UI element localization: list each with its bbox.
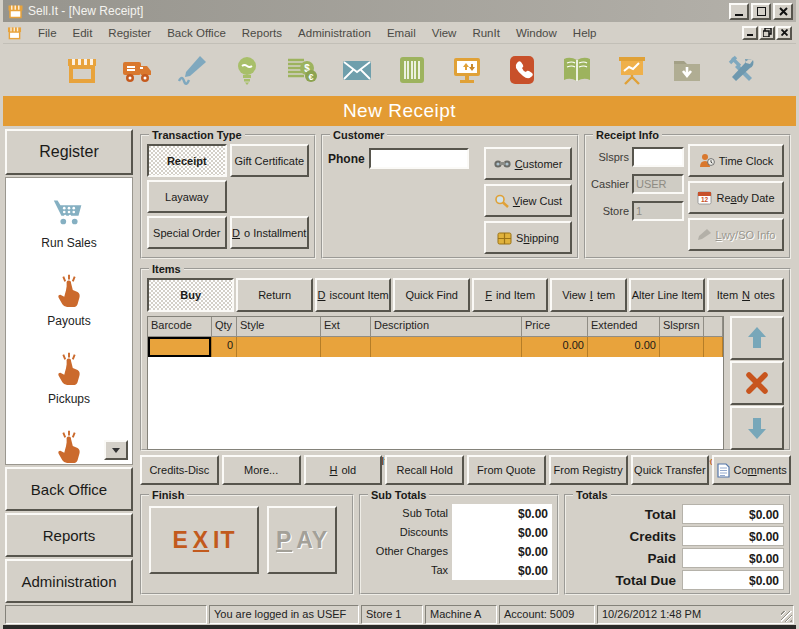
col-style[interactable]: Style (237, 317, 321, 337)
cell-ext[interactable] (321, 337, 371, 357)
tools-icon[interactable] (725, 53, 759, 87)
mdi-minimize-button[interactable] (742, 26, 758, 40)
sidebar-item-pickups[interactable]: Pickups (48, 350, 90, 406)
hold-button[interactable]: Hold (304, 455, 383, 485)
col-barcode[interactable]: Barcode (148, 317, 212, 337)
resize-grip[interactable] (781, 611, 792, 622)
from-registry-button[interactable]: From Registry (549, 455, 628, 485)
cell-barcode[interactable] (148, 337, 212, 357)
lwy-so-info-button[interactable]: Lwy/SO Info (688, 218, 784, 251)
sidebar-item-payouts[interactable]: Payouts (47, 272, 90, 328)
view-cust-button[interactable]: View Cust (484, 184, 572, 217)
store-icon[interactable] (65, 53, 99, 87)
col-extended[interactable]: Extended (588, 317, 660, 337)
download-folder-icon[interactable] (670, 53, 704, 87)
special-order-button[interactable]: Special Order (147, 216, 227, 249)
cell-qty[interactable]: 0 (212, 337, 237, 357)
phone-input[interactable] (369, 148, 469, 169)
phone-icon[interactable] (505, 53, 539, 87)
from-quote-button[interactable]: From Quote (467, 455, 546, 485)
menu-bar: File Edit Register Back Office Reports A… (3, 22, 796, 44)
idea-bulb-icon[interactable] (230, 53, 264, 87)
signature-pen-icon[interactable] (175, 53, 209, 87)
tab-item-notes[interactable]: Item Notes (707, 278, 784, 312)
menu-view[interactable]: View (424, 25, 465, 41)
minimize-button[interactable] (729, 3, 749, 20)
menu-email[interactable]: Email (379, 25, 424, 41)
customer-button[interactable]: Customer (484, 147, 572, 180)
menu-window[interactable]: Window (508, 25, 565, 41)
cell-price[interactable]: 0.00 (522, 337, 588, 357)
document-icon (717, 463, 730, 478)
quick-transfer-button[interactable]: Quick Transfer (631, 455, 710, 485)
gift-certificate-button[interactable]: Gift Certificate (230, 144, 310, 177)
sidebar-section-administration[interactable]: Administration (5, 559, 133, 603)
barcode-icon[interactable] (395, 53, 429, 87)
close-button[interactable] (773, 3, 793, 20)
sidebar-section-register[interactable]: Register (5, 129, 133, 175)
window-bottom-edge (3, 625, 796, 629)
menu-reports[interactable]: Reports (234, 25, 290, 41)
ready-date-button[interactable]: 12 Ready Date (688, 181, 784, 214)
tab-return[interactable]: Return (236, 278, 313, 312)
tab-alter-line-item[interactable]: Alter Line Item (629, 278, 706, 312)
col-ext[interactable]: Ext (321, 317, 371, 337)
pay-button[interactable]: PAY (267, 506, 337, 574)
catalog-book-icon[interactable] (560, 53, 594, 87)
move-line-down-button[interactable] (730, 406, 784, 450)
sidebar-section-back-office[interactable]: Back Office (5, 467, 133, 511)
recall-hold-button[interactable]: Recall Hold (385, 455, 464, 485)
cash-report-icon[interactable]: $€ (285, 53, 319, 87)
do-installment-button[interactable]: Do Installment (230, 216, 310, 249)
tab-find-item[interactable]: Find Item (472, 278, 549, 312)
layaway-button[interactable]: Layaway (147, 180, 227, 213)
sidebar-section-reports[interactable]: Reports (5, 513, 133, 557)
cell-extended[interactable]: 0.00 (588, 337, 660, 357)
items-grid-empty-area (148, 357, 723, 449)
tab-view-item[interactable]: View Item (550, 278, 627, 312)
sidebar-scroll-down-button[interactable] (104, 440, 128, 460)
slsprs-input[interactable] (632, 147, 684, 167)
more-button[interactable]: More... (222, 455, 301, 485)
mdi-close-button[interactable] (776, 26, 792, 40)
move-line-up-button[interactable] (730, 316, 784, 360)
col-qty[interactable]: Qty (212, 317, 237, 337)
mdi-restore-button[interactable] (759, 26, 775, 40)
menu-runit[interactable]: RunIt (464, 25, 508, 41)
time-clock-button[interactable]: Time Clock (688, 144, 784, 177)
sidebar-item-more-clipped[interactable] (50, 428, 88, 464)
hand-click-icon (50, 272, 88, 308)
cell-style[interactable] (237, 337, 321, 357)
maximize-button[interactable] (751, 3, 771, 20)
sidebar-item-run-sales[interactable]: Run Sales (41, 194, 96, 250)
cell-description[interactable] (371, 337, 522, 357)
receipt-button[interactable]: Receipt (147, 144, 227, 177)
menu-back-office[interactable]: Back Office (159, 25, 234, 41)
email-envelope-icon[interactable] (340, 53, 374, 87)
menu-register[interactable]: Register (100, 25, 159, 41)
receipt-info-group: Receipt Info Slsprs Cashier Store (584, 129, 791, 259)
menu-edit[interactable]: Edit (65, 25, 101, 41)
menu-file[interactable]: File (30, 25, 65, 41)
shipping-button-label: Shipping (516, 232, 559, 244)
menu-help[interactable]: Help (565, 25, 605, 41)
exit-button[interactable]: EXIT (149, 506, 259, 574)
arrow-down-icon (746, 416, 768, 440)
tab-buy[interactable]: Buy (147, 278, 234, 312)
shipping-button[interactable]: Shipping (484, 221, 572, 254)
col-slsprsn[interactable]: Slsprsn (660, 317, 704, 337)
table-row[interactable]: 0 0.00 0.00 (148, 337, 723, 357)
cell-slsprsn[interactable] (660, 337, 704, 357)
tab-discount-item[interactable]: Discount Item (315, 278, 392, 312)
menu-administration[interactable]: Administration (290, 25, 379, 41)
presentation-chart-icon[interactable] (615, 53, 649, 87)
delete-line-button[interactable] (730, 361, 784, 405)
tab-quick-find[interactable]: Quick Find (393, 278, 470, 312)
col-description[interactable]: Description (371, 317, 522, 337)
credits-disc-button[interactable]: Credits-Disc (140, 455, 219, 485)
screen-transfer-icon[interactable] (450, 53, 484, 87)
col-price[interactable]: Price (522, 317, 588, 337)
delivery-truck-icon[interactable] (120, 53, 154, 87)
time-clock-icon (699, 153, 715, 168)
comments-button[interactable]: Comments (712, 455, 791, 485)
